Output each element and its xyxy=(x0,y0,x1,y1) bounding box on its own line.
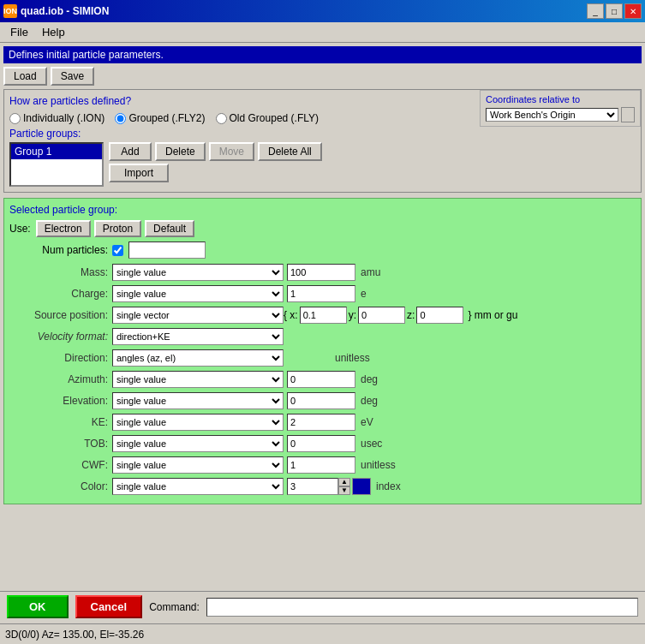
selected-group: Selected particle group: Use: Electron P… xyxy=(3,198,642,504)
cwf-input[interactable] xyxy=(287,456,355,474)
cwf-dropdown[interactable]: single valuerangelistformula xyxy=(112,456,284,474)
load-button[interactable]: Load xyxy=(3,67,47,86)
mass-input[interactable] xyxy=(287,264,355,281)
groups-list[interactable]: Group 1 xyxy=(9,142,104,187)
ke-row: KE: single valuerangelistformula eV xyxy=(9,413,636,432)
coords-title: Coordinates relative to xyxy=(486,94,635,104)
tob-unit: usec xyxy=(361,438,412,450)
tob-dropdown[interactable]: single valuerangelistformula xyxy=(112,435,284,452)
z-input[interactable] xyxy=(416,307,463,324)
mass-row: Mass: single valuerangelistformula amu xyxy=(9,263,636,282)
cwf-row: CWF: single valuerangelistformula unitle… xyxy=(9,456,636,474)
delete-all-button[interactable]: Delete All xyxy=(258,142,322,161)
groups-section: Particle groups: Group 1 Add Delete Move… xyxy=(9,128,636,187)
azimuth-dropdown[interactable]: single valuerangelistformula xyxy=(112,371,284,388)
file-menu[interactable]: File xyxy=(3,24,35,40)
command-input[interactable] xyxy=(206,598,638,617)
elevation-label: Elevation: xyxy=(9,395,112,407)
help-menu[interactable]: Help xyxy=(35,24,72,40)
group-item[interactable]: Group 1 xyxy=(11,144,102,159)
old-grouped-option[interactable]: Old Grouped (.FLY) xyxy=(216,112,319,124)
coords-select[interactable]: Work Bench's Origin Center of PA Custom xyxy=(486,108,618,122)
command-label: Command: xyxy=(149,601,200,613)
mass-label: Mass: xyxy=(9,266,112,278)
groups-btn-row1: Add Delete Move Delete All xyxy=(109,142,322,161)
delete-group-button[interactable]: Delete xyxy=(155,142,206,161)
groups-buttons: Add Delete Move Delete All Import xyxy=(109,142,322,182)
y-input[interactable] xyxy=(358,307,405,324)
load-save-row: Load Save xyxy=(3,67,642,86)
y-label: y: xyxy=(349,309,356,321)
groups-list-container: Group 1 xyxy=(9,142,104,187)
tob-row: TOB: single valuerangelistformula usec xyxy=(9,434,636,453)
close-button[interactable]: ✕ xyxy=(624,3,642,19)
direction-dropdown[interactable]: angles (az, el)vectorrandom xyxy=(112,349,284,367)
num-particles-checkbox[interactable] xyxy=(112,245,123,256)
cwf-unit: unitless xyxy=(361,459,412,471)
xyz-row: { x: y: z: } mm or gu xyxy=(284,307,517,324)
velocity-format-label: Velocity format: xyxy=(9,331,112,343)
ke-label: KE: xyxy=(9,416,112,428)
move-group-button[interactable]: Move xyxy=(209,142,254,161)
individually-option[interactable]: Individually (.ION) xyxy=(9,112,105,124)
use-label: Use: xyxy=(9,223,31,235)
default-button[interactable]: Default xyxy=(145,220,194,237)
source-position-dropdown[interactable]: single vectorrangelistformula xyxy=(112,307,284,324)
charge-label: Charge: xyxy=(9,288,112,300)
save-button[interactable]: Save xyxy=(51,67,94,86)
ke-dropdown[interactable]: single valuerangelistformula xyxy=(112,414,284,431)
num-particles-input[interactable]: 25 xyxy=(128,242,206,259)
azimuth-label: Azimuth: xyxy=(9,373,112,385)
elevation-dropdown[interactable]: single valuerangelistformula xyxy=(112,392,284,409)
color-spin-down[interactable]: ▼ xyxy=(338,486,350,495)
groups-content: Group 1 Add Delete Move Delete All Impor… xyxy=(9,142,636,187)
info-bar: Defines initial particle parameters. xyxy=(3,46,642,63)
titlebar-left: ION quad.iob - SIMION xyxy=(3,4,109,18)
color-spin-up[interactable]: ▲ xyxy=(338,478,350,486)
coords-expand-button[interactable] xyxy=(621,107,635,122)
minimize-button[interactable]: _ xyxy=(587,3,604,19)
color-spinner[interactable]: ▲ ▼ xyxy=(338,478,350,495)
import-button[interactable]: Import xyxy=(109,164,169,182)
charge-dropdown[interactable]: single valuerangelistformula xyxy=(112,285,284,302)
menubar: File Help xyxy=(0,22,645,43)
tob-input[interactable] xyxy=(287,435,355,452)
source-position-row: Source position: single vectorrangelistf… xyxy=(9,306,636,325)
add-group-button[interactable]: Add xyxy=(109,142,152,161)
status-text: 3D(0/0) Az= 135.00, El=-35.26 xyxy=(5,629,144,641)
azimuth-input[interactable] xyxy=(287,371,355,388)
individually-radio[interactable] xyxy=(9,113,21,124)
elevation-row: Elevation: single valuerangelistformula … xyxy=(9,391,636,410)
mass-dropdown[interactable]: single valuerangelistformula xyxy=(112,264,284,281)
color-swatch xyxy=(352,478,371,495)
ke-input[interactable] xyxy=(287,414,355,431)
bottom-bar: OK Cancel Command: xyxy=(0,591,645,622)
proton-button[interactable]: Proton xyxy=(94,220,141,237)
color-unit: index xyxy=(376,480,427,492)
color-dropdown[interactable]: single valuerangelistformula xyxy=(112,478,284,495)
velocity-format-row: Velocity format: direction+KEvectorspeed… xyxy=(9,327,636,346)
color-row: Color: single valuerangelistformula ▲ ▼ … xyxy=(9,477,636,496)
direction-row: Direction: angles (az, el)vectorrandom u… xyxy=(9,349,636,367)
azimuth-unit: deg xyxy=(361,373,412,385)
main-content: Defines initial particle parameters. Loa… xyxy=(0,43,645,508)
ok-button[interactable]: OK xyxy=(7,595,69,618)
charge-unit: e xyxy=(361,288,412,300)
x-input[interactable] xyxy=(300,307,347,324)
elevation-input[interactable] xyxy=(287,392,355,409)
grouped-option[interactable]: Grouped (.FLY2) xyxy=(115,112,205,124)
app-icon: ION xyxy=(3,4,17,18)
use-row: Use: Electron Proton Default xyxy=(9,220,636,237)
source-position-label: Source position: xyxy=(9,309,112,321)
old-grouped-radio[interactable] xyxy=(216,113,227,124)
cancel-button[interactable]: Cancel xyxy=(75,595,143,618)
velocity-format-dropdown[interactable]: direction+KEvectorspeed+angles xyxy=(112,328,284,345)
maximize-button[interactable]: □ xyxy=(606,3,623,19)
params-table: Mass: single valuerangelistformula amu C… xyxy=(9,263,636,496)
color-label: Color: xyxy=(9,480,112,492)
electron-button[interactable]: Electron xyxy=(36,220,91,237)
grouped-radio[interactable] xyxy=(115,113,126,124)
charge-input[interactable] xyxy=(287,285,355,302)
num-particles-row: Num particles: 25 xyxy=(9,242,636,259)
color-input[interactable] xyxy=(287,478,338,495)
